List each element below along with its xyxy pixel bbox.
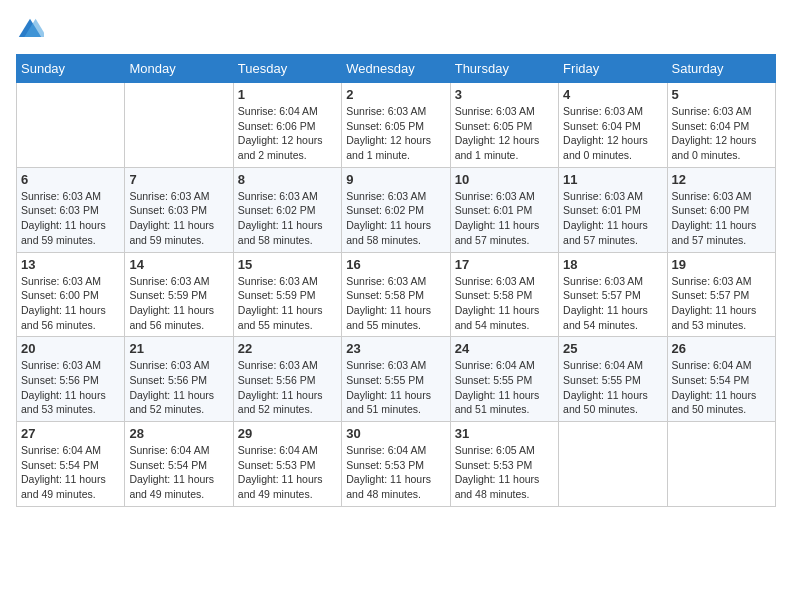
day-info: Sunrise: 6:03 AM Sunset: 5:56 PM Dayligh…	[238, 358, 337, 417]
header-day-thursday: Thursday	[450, 55, 558, 83]
day-cell: 3Sunrise: 6:03 AM Sunset: 6:05 PM Daylig…	[450, 83, 558, 168]
day-cell: 18Sunrise: 6:03 AM Sunset: 5:57 PM Dayli…	[559, 252, 667, 337]
week-row-5: 27Sunrise: 6:04 AM Sunset: 5:54 PM Dayli…	[17, 422, 776, 507]
day-info: Sunrise: 6:03 AM Sunset: 5:55 PM Dayligh…	[346, 358, 445, 417]
day-info: Sunrise: 6:03 AM Sunset: 5:57 PM Dayligh…	[672, 274, 771, 333]
day-info: Sunrise: 6:03 AM Sunset: 5:59 PM Dayligh…	[238, 274, 337, 333]
day-info: Sunrise: 6:03 AM Sunset: 6:05 PM Dayligh…	[455, 104, 554, 163]
day-cell: 24Sunrise: 6:04 AM Sunset: 5:55 PM Dayli…	[450, 337, 558, 422]
day-number: 14	[129, 257, 228, 272]
day-number: 8	[238, 172, 337, 187]
day-cell: 16Sunrise: 6:03 AM Sunset: 5:58 PM Dayli…	[342, 252, 450, 337]
week-row-3: 13Sunrise: 6:03 AM Sunset: 6:00 PM Dayli…	[17, 252, 776, 337]
day-cell: 30Sunrise: 6:04 AM Sunset: 5:53 PM Dayli…	[342, 422, 450, 507]
day-number: 29	[238, 426, 337, 441]
day-info: Sunrise: 6:03 AM Sunset: 5:58 PM Dayligh…	[455, 274, 554, 333]
day-cell: 22Sunrise: 6:03 AM Sunset: 5:56 PM Dayli…	[233, 337, 341, 422]
day-cell: 14Sunrise: 6:03 AM Sunset: 5:59 PM Dayli…	[125, 252, 233, 337]
week-row-2: 6Sunrise: 6:03 AM Sunset: 6:03 PM Daylig…	[17, 167, 776, 252]
day-info: Sunrise: 6:04 AM Sunset: 5:55 PM Dayligh…	[455, 358, 554, 417]
day-cell: 21Sunrise: 6:03 AM Sunset: 5:56 PM Dayli…	[125, 337, 233, 422]
calendar-body: 1Sunrise: 6:04 AM Sunset: 6:06 PM Daylig…	[17, 83, 776, 507]
day-number: 15	[238, 257, 337, 272]
header-day-friday: Friday	[559, 55, 667, 83]
day-number: 17	[455, 257, 554, 272]
day-cell: 2Sunrise: 6:03 AM Sunset: 6:05 PM Daylig…	[342, 83, 450, 168]
day-cell	[17, 83, 125, 168]
day-info: Sunrise: 6:03 AM Sunset: 5:56 PM Dayligh…	[129, 358, 228, 417]
day-number: 12	[672, 172, 771, 187]
week-row-1: 1Sunrise: 6:04 AM Sunset: 6:06 PM Daylig…	[17, 83, 776, 168]
day-number: 24	[455, 341, 554, 356]
day-cell: 28Sunrise: 6:04 AM Sunset: 5:54 PM Dayli…	[125, 422, 233, 507]
day-cell: 9Sunrise: 6:03 AM Sunset: 6:02 PM Daylig…	[342, 167, 450, 252]
day-cell	[125, 83, 233, 168]
day-info: Sunrise: 6:03 AM Sunset: 5:56 PM Dayligh…	[21, 358, 120, 417]
day-number: 26	[672, 341, 771, 356]
day-cell: 23Sunrise: 6:03 AM Sunset: 5:55 PM Dayli…	[342, 337, 450, 422]
day-cell: 11Sunrise: 6:03 AM Sunset: 6:01 PM Dayli…	[559, 167, 667, 252]
day-info: Sunrise: 6:04 AM Sunset: 5:55 PM Dayligh…	[563, 358, 662, 417]
day-info: Sunrise: 6:03 AM Sunset: 6:05 PM Dayligh…	[346, 104, 445, 163]
calendar-table: SundayMondayTuesdayWednesdayThursdayFrid…	[16, 54, 776, 507]
calendar-header: SundayMondayTuesdayWednesdayThursdayFrid…	[17, 55, 776, 83]
day-info: Sunrise: 6:04 AM Sunset: 5:54 PM Dayligh…	[129, 443, 228, 502]
day-cell: 4Sunrise: 6:03 AM Sunset: 6:04 PM Daylig…	[559, 83, 667, 168]
day-info: Sunrise: 6:03 AM Sunset: 6:02 PM Dayligh…	[346, 189, 445, 248]
day-cell: 13Sunrise: 6:03 AM Sunset: 6:00 PM Dayli…	[17, 252, 125, 337]
day-cell: 5Sunrise: 6:03 AM Sunset: 6:04 PM Daylig…	[667, 83, 775, 168]
day-info: Sunrise: 6:03 AM Sunset: 6:00 PM Dayligh…	[21, 274, 120, 333]
logo-icon	[16, 16, 44, 44]
day-cell: 31Sunrise: 6:05 AM Sunset: 5:53 PM Dayli…	[450, 422, 558, 507]
day-cell: 8Sunrise: 6:03 AM Sunset: 6:02 PM Daylig…	[233, 167, 341, 252]
day-cell: 19Sunrise: 6:03 AM Sunset: 5:57 PM Dayli…	[667, 252, 775, 337]
day-info: Sunrise: 6:03 AM Sunset: 5:58 PM Dayligh…	[346, 274, 445, 333]
day-info: Sunrise: 6:03 AM Sunset: 5:59 PM Dayligh…	[129, 274, 228, 333]
day-number: 9	[346, 172, 445, 187]
day-info: Sunrise: 6:03 AM Sunset: 6:03 PM Dayligh…	[129, 189, 228, 248]
day-number: 21	[129, 341, 228, 356]
week-row-4: 20Sunrise: 6:03 AM Sunset: 5:56 PM Dayli…	[17, 337, 776, 422]
day-info: Sunrise: 6:05 AM Sunset: 5:53 PM Dayligh…	[455, 443, 554, 502]
day-number: 11	[563, 172, 662, 187]
day-cell: 6Sunrise: 6:03 AM Sunset: 6:03 PM Daylig…	[17, 167, 125, 252]
day-cell: 7Sunrise: 6:03 AM Sunset: 6:03 PM Daylig…	[125, 167, 233, 252]
day-info: Sunrise: 6:03 AM Sunset: 6:04 PM Dayligh…	[672, 104, 771, 163]
day-number: 2	[346, 87, 445, 102]
page-header	[16, 16, 776, 44]
day-number: 22	[238, 341, 337, 356]
day-info: Sunrise: 6:03 AM Sunset: 6:02 PM Dayligh…	[238, 189, 337, 248]
day-number: 18	[563, 257, 662, 272]
day-cell: 17Sunrise: 6:03 AM Sunset: 5:58 PM Dayli…	[450, 252, 558, 337]
day-info: Sunrise: 6:03 AM Sunset: 6:01 PM Dayligh…	[455, 189, 554, 248]
day-number: 27	[21, 426, 120, 441]
day-number: 13	[21, 257, 120, 272]
day-info: Sunrise: 6:03 AM Sunset: 6:01 PM Dayligh…	[563, 189, 662, 248]
day-number: 30	[346, 426, 445, 441]
day-info: Sunrise: 6:03 AM Sunset: 6:03 PM Dayligh…	[21, 189, 120, 248]
day-info: Sunrise: 6:04 AM Sunset: 5:54 PM Dayligh…	[21, 443, 120, 502]
day-cell: 20Sunrise: 6:03 AM Sunset: 5:56 PM Dayli…	[17, 337, 125, 422]
day-info: Sunrise: 6:04 AM Sunset: 6:06 PM Dayligh…	[238, 104, 337, 163]
day-info: Sunrise: 6:04 AM Sunset: 5:54 PM Dayligh…	[672, 358, 771, 417]
header-day-tuesday: Tuesday	[233, 55, 341, 83]
day-number: 31	[455, 426, 554, 441]
day-cell: 15Sunrise: 6:03 AM Sunset: 5:59 PM Dayli…	[233, 252, 341, 337]
day-cell: 12Sunrise: 6:03 AM Sunset: 6:00 PM Dayli…	[667, 167, 775, 252]
header-day-sunday: Sunday	[17, 55, 125, 83]
day-number: 20	[21, 341, 120, 356]
day-number: 28	[129, 426, 228, 441]
day-cell	[559, 422, 667, 507]
day-info: Sunrise: 6:04 AM Sunset: 5:53 PM Dayligh…	[346, 443, 445, 502]
day-number: 6	[21, 172, 120, 187]
day-number: 1	[238, 87, 337, 102]
day-number: 23	[346, 341, 445, 356]
logo	[16, 16, 48, 44]
day-number: 10	[455, 172, 554, 187]
day-number: 7	[129, 172, 228, 187]
header-day-monday: Monday	[125, 55, 233, 83]
day-number: 25	[563, 341, 662, 356]
day-number: 3	[455, 87, 554, 102]
day-number: 16	[346, 257, 445, 272]
header-day-wednesday: Wednesday	[342, 55, 450, 83]
